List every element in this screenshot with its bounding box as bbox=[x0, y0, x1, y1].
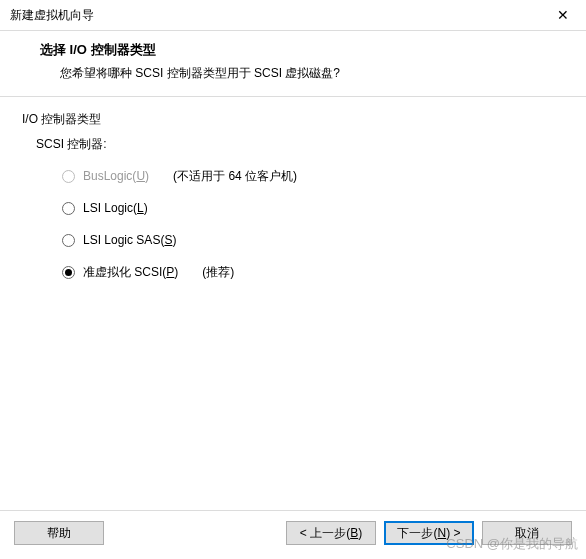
wizard-header: 选择 I/O 控制器类型 您希望将哪种 SCSI 控制器类型用于 SCSI 虚拟… bbox=[0, 31, 586, 97]
radio-lsilogic[interactable] bbox=[62, 202, 75, 215]
wizard-footer: 帮助 < 上一步(B) 下一步(N) > 取消 bbox=[0, 510, 586, 559]
page-subtitle: 您希望将哪种 SCSI 控制器类型用于 SCSI 虚拟磁盘? bbox=[40, 65, 562, 82]
window-title: 新建虚拟机向导 bbox=[10, 7, 94, 24]
option-lsilogic[interactable]: LSI Logic(L) bbox=[62, 199, 564, 217]
radio-buslogic bbox=[62, 170, 75, 183]
next-button[interactable]: 下一步(N) > bbox=[384, 521, 474, 545]
close-icon: ✕ bbox=[557, 8, 569, 22]
option-pvscsi-label: 准虚拟化 SCSI(P) bbox=[83, 264, 178, 281]
page-title: 选择 I/O 控制器类型 bbox=[40, 41, 562, 59]
option-lsilogic-label: LSI Logic(L) bbox=[83, 201, 148, 215]
close-button[interactable]: ✕ bbox=[550, 6, 576, 24]
titlebar: 新建虚拟机向导 ✕ bbox=[0, 0, 586, 31]
nav-buttons: < 上一步(B) 下一步(N) > 取消 bbox=[286, 521, 572, 545]
option-buslogic: BusLogic(U) (不适用于 64 位客户机) bbox=[62, 167, 564, 185]
option-buslogic-label: BusLogic(U) bbox=[83, 169, 149, 183]
wizard-body: I/O 控制器类型 SCSI 控制器: BusLogic(U) (不适用于 64… bbox=[0, 97, 586, 510]
option-pvscsi[interactable]: 准虚拟化 SCSI(P) (推荐) bbox=[62, 263, 564, 281]
help-button[interactable]: 帮助 bbox=[14, 521, 104, 545]
option-buslogic-note: (不适用于 64 位客户机) bbox=[173, 168, 297, 185]
back-button[interactable]: < 上一步(B) bbox=[286, 521, 376, 545]
radio-pvscsi[interactable] bbox=[62, 266, 75, 279]
controller-options: BusLogic(U) (不适用于 64 位客户机) LSI Logic(L) … bbox=[62, 167, 564, 281]
option-pvscsi-note: (推荐) bbox=[202, 264, 234, 281]
radio-lsisas[interactable] bbox=[62, 234, 75, 247]
cancel-button[interactable]: 取消 bbox=[482, 521, 572, 545]
group-title: I/O 控制器类型 bbox=[22, 111, 564, 128]
option-lsisas[interactable]: LSI Logic SAS(S) bbox=[62, 231, 564, 249]
group-subtitle: SCSI 控制器: bbox=[36, 136, 564, 153]
option-lsisas-label: LSI Logic SAS(S) bbox=[83, 233, 176, 247]
wizard-window: 新建虚拟机向导 ✕ 选择 I/O 控制器类型 您希望将哪种 SCSI 控制器类型… bbox=[0, 0, 586, 559]
